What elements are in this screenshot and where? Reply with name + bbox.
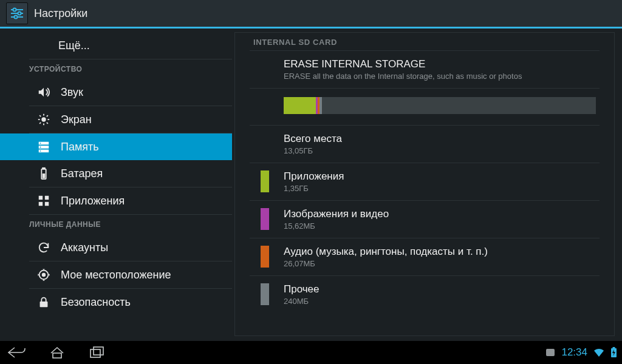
svg-line-14 [47,115,48,116]
row-sub-images: 15,62МБ [284,221,596,231]
svg-rect-40 [613,347,615,348]
nav-item-more[interactable]: Ещё... [0,32,232,59]
section-header-internal-sd: INTERNAL SD CARD [250,33,600,51]
row-sub-erase: ERASE all the data on the Internal stora… [284,72,596,81]
row-apps-space[interactable]: Приложения 1,35ГБ [250,163,600,201]
battery-status-icon [610,347,617,358]
storage-usage-bar [284,97,596,114]
row-erase-storage[interactable]: ERASE INTERNAL STORAGE ERASE all the dat… [250,51,600,89]
svg-line-13 [39,123,41,124]
svg-rect-37 [94,347,103,355]
row-title-misc: Прочее [284,283,596,295]
battery-icon [36,166,51,181]
nav-item-apps[interactable]: Приложения [0,187,232,214]
svg-point-3 [13,8,16,11]
svg-rect-23 [43,174,46,178]
status-area[interactable]: 12:34 [545,346,617,359]
svg-rect-25 [45,196,49,200]
storage-detail-panel: INTERNAL SD CARD ERASE INTERNAL STORAGE … [234,32,615,336]
row-title-audio: Аудио (музыка, рингтоны, подкасты и т. п… [284,246,596,258]
svg-line-11 [39,115,41,116]
home-button[interactable] [45,344,69,361]
row-title-total: Всего места [284,133,596,145]
svg-point-5 [14,15,17,18]
nav-item-display[interactable]: Экран [0,106,232,133]
nav-item-battery[interactable]: Батарея [0,160,232,187]
svg-line-12 [47,123,48,124]
usage-bar-segment [284,97,316,114]
sync-icon [36,240,51,255]
svg-rect-35 [53,353,61,358]
title-bar: Настройки [0,0,622,27]
nav-item-accounts[interactable]: Аккаунты [0,234,232,261]
settings-nav: Ещё... УСТРОЙСТВО Звук Экран [0,29,232,341]
nav-label-battery: Батарея [61,167,103,180]
nav-label-storage: Память [61,141,99,153]
swatch-apps [261,170,269,192]
page-title: Настройки [34,7,87,20]
svg-rect-26 [39,202,43,206]
svg-rect-34 [40,302,48,307]
row-title-images: Изображения и видео [284,208,596,220]
apps-icon [36,194,51,208]
row-sub-misc: 240МБ [284,297,596,306]
swatch-audio [261,246,269,268]
svg-point-19 [40,147,41,148]
row-images-space[interactable]: Изображения и видео 15,62МБ [250,201,600,238]
svg-point-20 [40,150,41,152]
svg-point-4 [18,12,21,15]
softkeys [5,344,109,361]
system-nav-bar: 12:34 [0,341,622,364]
nav-label-accounts: Аккаунты [61,241,108,254]
nav-label-apps: Приложения [61,195,125,207]
nav-label-sound: Звук [61,86,83,99]
main-area: Ещё... УСТРОЙСТВО Звук Экран [0,29,622,341]
row-sub-apps: 1,35ГБ [284,184,596,193]
nav-item-sound[interactable]: Звук [0,79,232,106]
nav-label-more: Ещё... [58,39,90,52]
row-title-erase: ERASE INTERNAL STORAGE [284,58,596,70]
swatch-images [261,208,269,230]
detail-wrap: INTERNAL SD CARD ERASE INTERNAL STORAGE … [232,29,622,341]
svg-rect-36 [91,349,100,357]
nav-label-location: Мое местоположение [61,269,171,281]
storage-usage-bar-row [250,89,600,126]
svg-point-18 [40,143,41,144]
recents-button[interactable] [85,344,109,361]
svg-rect-27 [45,202,49,206]
nav-label-security: Безопасность [61,296,131,309]
row-total-space[interactable]: Всего места 13,05ГБ [250,126,600,163]
row-title-apps: Приложения [284,170,596,183]
nav-label-display: Экран [61,113,92,126]
row-misc-space[interactable]: Прочее 240МБ [250,276,600,313]
storage-icon [36,140,51,154]
nav-header-personal: ЛИЧНЫЕ ДАННЫЕ [0,215,232,234]
swatch-misc [261,283,269,305]
volume-icon [36,85,51,99]
row-sub-total: 13,05ГБ [284,146,596,155]
usage-bar-segment [320,97,322,114]
clock-text: 12:34 [561,346,587,359]
svg-point-6 [41,117,46,121]
svg-rect-38 [546,349,555,356]
row-audio-space[interactable]: Аудио (музыка, рингтоны, подкасты и т. п… [250,238,600,276]
nav-item-security[interactable]: Безопасность [0,289,232,315]
nav-item-location[interactable]: Мое местоположение [0,261,232,288]
nav-header-device: УСТРОЙСТВО [0,59,232,79]
brightness-icon [36,112,51,127]
row-sub-audio: 26,07МБ [284,259,596,268]
app-root: Настройки Ещё... УСТРОЙСТВО Звук [0,0,622,364]
location-icon [36,268,51,282]
svg-point-29 [43,274,46,277]
notification-icon [545,348,555,357]
back-button[interactable] [5,344,29,361]
wifi-icon [593,348,604,357]
nav-item-storage[interactable]: Память [0,133,232,160]
settings-icon [6,2,28,24]
svg-rect-22 [43,168,45,169]
lock-icon [36,295,51,309]
svg-rect-24 [39,196,43,200]
